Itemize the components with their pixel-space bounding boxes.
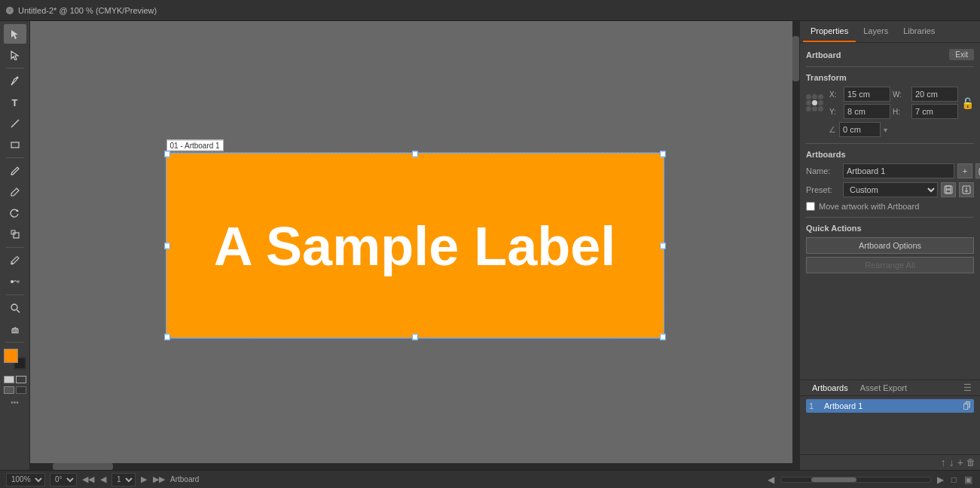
close-button[interactable]: × xyxy=(6,7,14,14)
nav-last-button[interactable]: ▶▶ xyxy=(152,474,166,484)
line-tool[interactable] xyxy=(4,114,26,133)
name-label: Name: xyxy=(806,166,840,175)
tab-layers[interactable]: Layers xyxy=(856,21,896,42)
rearrange-all-button[interactable]: Rearrange All xyxy=(806,257,974,273)
lock-proportions[interactable]: 🔓 xyxy=(961,97,974,109)
handle-ml[interactable] xyxy=(164,242,170,249)
anchor-mr[interactable] xyxy=(818,100,823,105)
fill-color[interactable] xyxy=(4,349,18,363)
bottom-tab-asset-export[interactable]: Asset Export xyxy=(854,380,913,395)
color-swatches[interactable] xyxy=(4,349,26,370)
y-input[interactable] xyxy=(844,104,890,119)
angle-select[interactable]: 0° xyxy=(50,473,77,486)
svg-rect-16 xyxy=(946,186,951,189)
nav-first-button[interactable]: ◀◀ xyxy=(81,474,95,484)
nav-next-button[interactable]: ▶ xyxy=(140,474,148,484)
bottom-tab-artboards[interactable]: Artboards xyxy=(806,380,854,395)
rectangle-tool[interactable] xyxy=(4,135,26,154)
name-input[interactable] xyxy=(843,163,954,178)
zoom-select[interactable]: 100% 50% 200% xyxy=(6,473,45,486)
angle-row: ∠ ▾ xyxy=(806,122,974,137)
outline-mode[interactable] xyxy=(16,386,26,394)
blend-tool[interactable] xyxy=(4,272,26,291)
title-bar: × Untitled-2* @ 100 % (CMYK/Preview) xyxy=(0,0,980,21)
canvas-scroll-h[interactable] xyxy=(30,463,792,470)
export-artboard-button[interactable] xyxy=(959,182,974,197)
direct-select-tool[interactable] xyxy=(4,45,26,65)
handle-tl[interactable] xyxy=(164,151,170,157)
handle-bl[interactable] xyxy=(164,334,170,340)
move-artwork-checkbox[interactable] xyxy=(806,202,815,211)
add-artboard-button[interactable]: + xyxy=(957,163,972,178)
delete-bottom-button[interactable]: 🗑 xyxy=(966,457,975,468)
pen-tool[interactable] xyxy=(4,72,26,91)
anchor-grid[interactable] xyxy=(806,94,823,111)
handle-mr[interactable] xyxy=(660,242,666,249)
add-bottom-button[interactable]: + xyxy=(957,456,963,468)
canvas-scroll-v[interactable] xyxy=(792,21,799,470)
svg-point-10 xyxy=(17,280,20,283)
delete-artboard-button[interactable] xyxy=(975,163,980,178)
zoom-fit-button[interactable]: □ xyxy=(950,474,958,485)
angle-icon: ∠ xyxy=(829,125,836,135)
preset-row: Preset: Custom xyxy=(806,182,974,197)
type-tool[interactable]: T xyxy=(4,93,26,112)
anchor-bc[interactable] xyxy=(812,106,817,111)
move-artwork-row: Move artwork with Artboard xyxy=(806,202,974,211)
eyedropper-tool[interactable] xyxy=(4,251,26,270)
y-label: Y: xyxy=(829,108,841,116)
more-tools[interactable]: ••• xyxy=(11,398,19,407)
exit-button[interactable]: Exit xyxy=(949,49,974,60)
anchor-tl[interactable] xyxy=(806,94,811,99)
anchor-mc[interactable] xyxy=(812,100,817,105)
artboard-options-button[interactable]: Artboard Options xyxy=(806,237,974,254)
svg-point-2 xyxy=(16,77,18,79)
preset-label: Preset: xyxy=(806,185,840,194)
title-text: Untitled-2* @ 100 % (CMYK/Preview) xyxy=(18,6,157,15)
artboards-list: 1 Artboard 1 🗍 xyxy=(800,396,980,454)
anchor-br[interactable] xyxy=(818,106,823,111)
move-down-button[interactable]: ↓ xyxy=(949,456,954,468)
w-input[interactable] xyxy=(911,87,958,102)
preview-mode[interactable] xyxy=(4,386,14,394)
angle-input[interactable] xyxy=(839,122,881,137)
handle-br[interactable] xyxy=(660,334,666,340)
anchor-bl[interactable] xyxy=(806,106,811,111)
x-input[interactable] xyxy=(844,87,890,102)
handle-tc[interactable] xyxy=(412,151,418,157)
scale-tool[interactable] xyxy=(4,224,26,244)
artboard[interactable]: A Sample Label xyxy=(166,154,664,338)
zoom-tool[interactable] xyxy=(4,298,26,318)
no-color-mode[interactable] xyxy=(16,376,26,383)
hand-tool[interactable] xyxy=(4,319,26,339)
pencil-tool[interactable] xyxy=(4,182,26,202)
save-preset-button[interactable] xyxy=(941,182,956,197)
panel-menu-icon[interactable]: ☰ xyxy=(961,381,974,395)
zoom-all-button[interactable]: ▣ xyxy=(963,474,974,485)
artboard-list-icon[interactable]: 🗍 xyxy=(963,401,971,410)
angle-dropdown[interactable]: ▾ xyxy=(884,126,887,134)
select-tool[interactable] xyxy=(4,24,26,44)
normal-mode[interactable] xyxy=(4,376,14,383)
horizontal-scroll-bar[interactable] xyxy=(780,477,931,483)
tab-properties[interactable]: Properties xyxy=(803,21,856,42)
h-input[interactable] xyxy=(911,104,958,119)
handle-tr[interactable] xyxy=(660,151,666,157)
anchor-ml[interactable] xyxy=(806,100,811,105)
paintbrush-tool[interactable] xyxy=(4,161,26,181)
anchor-tr[interactable] xyxy=(818,94,823,99)
nav-prev-button[interactable]: ◀ xyxy=(99,474,107,484)
canvas-area: 01 - Artboard 1 A Sample Label xyxy=(30,21,799,470)
svg-rect-4 xyxy=(11,142,19,148)
scroll-left-button[interactable]: ◀ xyxy=(766,474,776,485)
scroll-right-button[interactable]: ▶ xyxy=(936,474,945,485)
handle-bc[interactable] xyxy=(412,334,418,340)
list-item[interactable]: 1 Artboard 1 🗍 xyxy=(806,399,974,413)
bottom-panel-actions: ↑ ↓ + 🗑 xyxy=(800,454,980,470)
page-select[interactable]: 1 xyxy=(111,473,136,486)
anchor-tc[interactable] xyxy=(812,94,817,99)
move-up-button[interactable]: ↑ xyxy=(941,456,946,468)
tab-libraries[interactable]: Libraries xyxy=(896,21,942,42)
rotate-tool[interactable] xyxy=(4,203,26,223)
preset-select[interactable]: Custom xyxy=(843,182,938,197)
